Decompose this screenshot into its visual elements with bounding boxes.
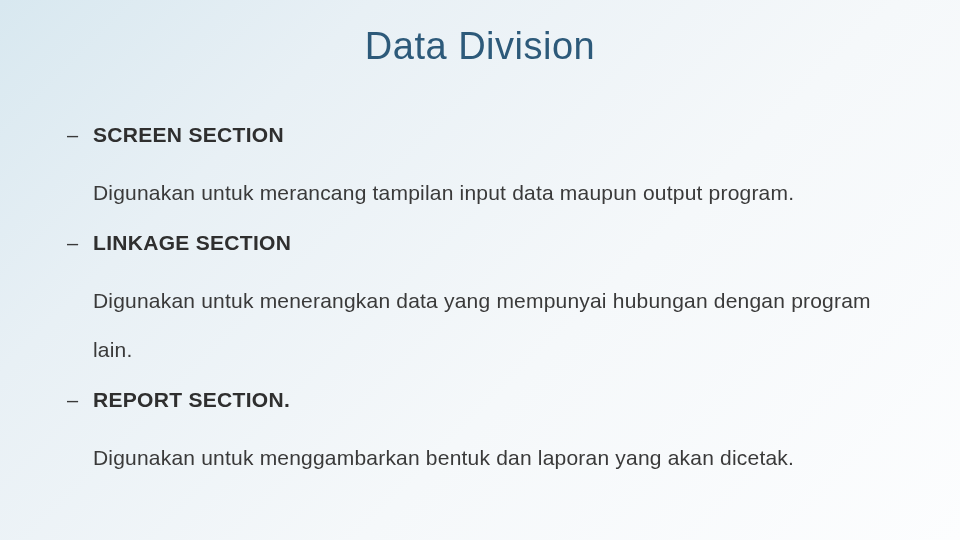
section-heading: SCREEN SECTION [93, 123, 284, 147]
slide: Data Division – SCREEN SECTION Digunakan… [0, 0, 960, 540]
dash-icon: – [65, 124, 93, 147]
section-description: Digunakan untuk merancang tampilan input… [65, 169, 900, 217]
heading-row: – LINKAGE SECTION [65, 231, 900, 255]
slide-title: Data Division [60, 25, 900, 68]
list-item: – REPORT SECTION. Digunakan untuk mengga… [65, 388, 900, 482]
dash-icon: – [65, 232, 93, 255]
list-item: – SCREEN SECTION Digunakan untuk meranca… [65, 123, 900, 217]
section-heading: LINKAGE SECTION [93, 231, 291, 255]
section-description: Digunakan untuk menerangkan data yang me… [65, 277, 900, 374]
dash-icon: – [65, 389, 93, 412]
content-area: – SCREEN SECTION Digunakan untuk meranca… [60, 123, 900, 482]
section-description: Digunakan untuk menggambarkan bentuk dan… [65, 434, 900, 482]
section-heading: REPORT SECTION. [93, 388, 290, 412]
heading-row: – SCREEN SECTION [65, 123, 900, 147]
list-item: – LINKAGE SECTION Digunakan untuk menera… [65, 231, 900, 374]
heading-row: – REPORT SECTION. [65, 388, 900, 412]
